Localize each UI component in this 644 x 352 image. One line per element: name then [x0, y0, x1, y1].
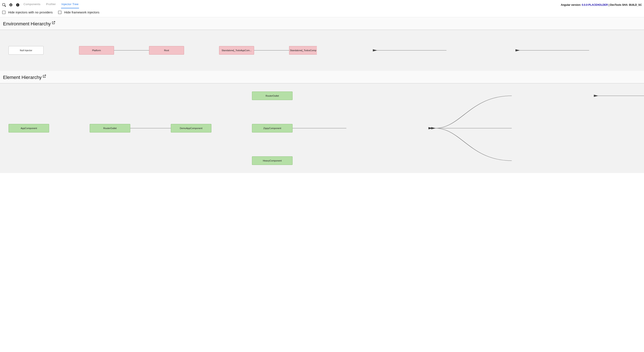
injector-node-standalone-todoapp[interactable]: Standalone[_TodoAppCom... — [219, 46, 254, 55]
elem-tree-canvas[interactable]: AppComponent RouterOutlet DemoAppCompone… — [0, 83, 644, 173]
external-link-icon[interactable] — [52, 20, 56, 24]
tab-components[interactable]: Components — [23, 1, 41, 8]
version-info: Angular version: 0.0.0-PLACEHOLDER | Dev… — [561, 3, 642, 6]
elem-hierarchy-title: Element Hierarchy — [3, 75, 42, 80]
checkbox-icon — [2, 11, 6, 14]
hide-no-providers-label: Hide injectors with no providers — [8, 10, 52, 14]
tab-profiler[interactable]: Profiler — [46, 1, 56, 8]
tab-bar: Components Profiler Injector Tree — [23, 1, 79, 8]
toolbar-icon-group — [2, 3, 20, 7]
injector-node-root[interactable]: Root — [149, 46, 184, 55]
hide-no-providers-checkbox[interactable]: Hide injectors with no providers — [2, 10, 52, 14]
env-tree-canvas[interactable]: Null Injector Platform Root Standalone[_… — [0, 30, 644, 71]
injector-node-standalone-todos[interactable]: Standalone[_TodosComp — [289, 46, 317, 55]
external-link-icon[interactable] — [42, 74, 46, 78]
version-prefix: Angular version: — [561, 3, 582, 6]
elem-title-bar: Element Hierarchy — [0, 71, 644, 83]
filter-bar: Hide injectors with no providers Hide fr… — [0, 8, 644, 17]
checkbox-icon — [58, 11, 62, 14]
hide-framework-label: Hide framework injectors — [64, 10, 99, 14]
injector-node-platform[interactable]: Platform — [79, 46, 114, 55]
element-node-appcomponent[interactable]: AppComponent — [8, 124, 49, 132]
top-toolbar: Components Profiler Injector Tree Angula… — [0, 0, 644, 8]
version-suffix: | DevTools SHA: BUILD_SC — [608, 3, 642, 6]
element-node-zippycomponent[interactable]: ZippyComponent — [252, 124, 292, 132]
hide-framework-checkbox[interactable]: Hide framework injectors — [58, 10, 99, 14]
injector-node-null[interactable]: Null Injector — [8, 46, 44, 55]
inspect-icon[interactable] — [2, 3, 6, 7]
element-node-routeroutlet-2[interactable]: RouterOutlet — [252, 91, 292, 100]
element-node-demoappcomponent[interactable]: DemoAppComponent — [171, 124, 212, 132]
info-icon[interactable] — [16, 3, 20, 7]
env-hierarchy-title: Environment Hierarchy — [3, 21, 51, 27]
element-node-heavycomponent[interactable]: HeavyComponent — [252, 156, 292, 165]
element-node-routeroutlet-1[interactable]: RouterOutlet — [90, 124, 130, 132]
tab-injector-tree[interactable]: Injector Tree — [61, 1, 79, 8]
version-value: 0.0.0-PLACEHOLDER — [582, 3, 608, 6]
svg-rect-3 — [18, 4, 18, 4]
env-title-bar: Environment Hierarchy — [0, 17, 644, 30]
svg-rect-2 — [18, 4, 18, 5]
gear-icon[interactable] — [9, 3, 13, 7]
